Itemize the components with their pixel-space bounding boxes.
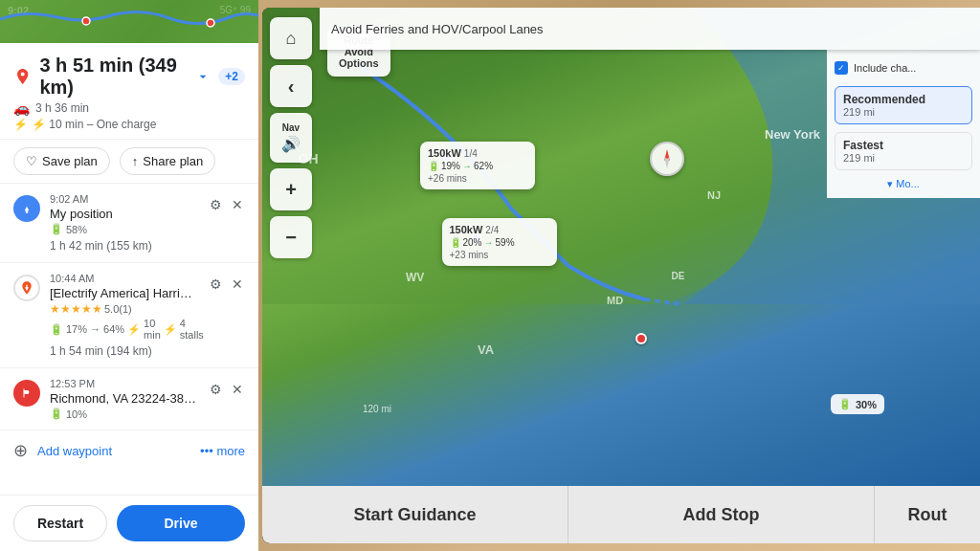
waypoint-icon-current [13, 195, 40, 222]
waypoint-item: 10:44 AM [Electrify America] Harris Teet… [0, 263, 258, 368]
expand-btn[interactable] [195, 69, 211, 84]
include-charge-option[interactable]: ✓ Include cha... [835, 57, 972, 78]
route-time: 3 h 51 min (349 km) [39, 55, 195, 99]
waypoint-time: 12:53 PM [50, 378, 198, 389]
waypoint-duration: 1 h 54 min (194 km) [50, 344, 198, 358]
rating-count: 5.0(1) [104, 303, 132, 315]
waypoint-name: [Electrify America] Harris Teeter 373 (P… [50, 286, 198, 300]
bottom-actions: Restart Drive [0, 495, 258, 551]
waypoint-item: 12:53 PM Richmond, VA 23224-3839, United… [0, 368, 258, 430]
car-top-bar: Avoid Ferries and HOV/Carpool Lanes [320, 8, 980, 50]
car-icon: 🚗 [13, 100, 30, 116]
waypoint-item: 9:02 AM My position 🔋 58% 1 h 42 min (15… [0, 184, 258, 263]
alt-duration: 3 h 36 min [35, 101, 89, 115]
waypoint-content: 9:02 AM My position 🔋 58% 1 h 42 min (15… [50, 193, 198, 253]
car-right-panel: ✓ Include cha... Recommended 219 mi Fast… [827, 50, 980, 198]
restart-button[interactable]: Restart [13, 505, 107, 541]
charge-info: ⚡ 10 min – One charge [32, 118, 156, 131]
waypoint-time: 10:44 AM [50, 273, 198, 284]
add-stop-button[interactable]: Add Stop [568, 486, 875, 543]
state-label-md: MD [607, 295, 623, 306]
route-option-recommended-sub: 219 mi [843, 106, 964, 118]
distance-label: 120 mi [363, 404, 391, 414]
plus-routes-badge[interactable]: +2 [218, 68, 245, 85]
chevron-down-icon [195, 69, 211, 84]
route-option-fastest[interactable]: Fastest 219 mi [835, 132, 972, 170]
battery-icon: 🔋 [50, 408, 63, 420]
state-label-wv: WV [406, 271, 424, 284]
route-option-recommended-label: Recommended [843, 93, 964, 106]
start-guidance-button[interactable]: Start Guidance [262, 486, 568, 543]
more-options-link[interactable]: ▾ Mo... [835, 178, 972, 190]
car-screen: OH WV VA MD DE NJ New York [262, 8, 980, 543]
more-button[interactable]: ••• more [200, 444, 245, 458]
battery-icon: 🔋 [50, 323, 63, 336]
location-icon [20, 202, 33, 215]
destination-battery: 🔋 30% [831, 394, 884, 414]
waypoint-settings-button[interactable]: ⚙ [208, 195, 224, 214]
add-waypoint-label: Add waypoint [37, 444, 112, 458]
zoom-in-button[interactable]: + [270, 168, 312, 210]
waypoint-settings-button[interactable]: ⚙ [208, 380, 224, 399]
action-buttons: ♡ Save plan ↑ Share plan [0, 140, 258, 184]
waypoint-name: Richmond, VA 23224-3839, United... [50, 391, 198, 406]
city-label-ny: New York [765, 127, 820, 142]
battery-small-icon: 🔋 [428, 161, 439, 171]
charge-power-2: 150kW [450, 224, 483, 235]
share-upload-icon: ↑ [132, 154, 139, 168]
compass-svg [654, 145, 680, 172]
nav-button[interactable]: Nav 🔊 [270, 113, 312, 163]
waypoint-content: 10:44 AM [Electrify America] Harris Teet… [50, 273, 198, 358]
waypoint-charge-info: 🔋 17% → 64% ⚡ 10 min ⚡ 4 stalls [50, 318, 198, 341]
waypoint-close-button[interactable]: ✕ [230, 275, 245, 294]
avoid-options-text: Avoid Ferries and HOV/Carpool Lanes [331, 22, 544, 36]
waypoint-stars: ★★★★★ 5.0(1) [50, 302, 198, 316]
charging-card-1: 150kW 1/4 🔋 19% → 62% +26 mins [420, 142, 535, 189]
state-label-nj: NJ [707, 189, 721, 201]
waypoint-battery: 🔋 58% [50, 223, 198, 235]
route-option-fastest-sub: 219 mi [843, 152, 964, 164]
waypoints-list: 9:02 AM My position 🔋 58% 1 h 42 min (15… [0, 184, 258, 495]
map-pin-destination [635, 333, 647, 344]
waypoint-name: My position [50, 207, 198, 221]
share-plan-button[interactable]: ↑ Share plan [120, 147, 215, 175]
waypoint-duration: 1 h 42 min (155 km) [50, 239, 198, 253]
route-option-recommended[interactable]: Recommended 219 mi [835, 86, 972, 124]
waypoint-close-button[interactable]: ✕ [230, 380, 245, 399]
waypoint-settings-button[interactable]: ⚙ [208, 275, 224, 294]
route-button[interactable]: Rout [875, 486, 980, 543]
car-left-controls: ⌂ ‹ RouteAvoidOptions Nav 🔊 + − [270, 17, 312, 476]
waypoint-time: 9:02 AM [50, 193, 198, 205]
star-icon: ★★★★★ [50, 302, 102, 316]
zoom-out-button[interactable]: − [270, 216, 312, 258]
battery-icon: 🔋 [50, 223, 63, 235]
save-heart-icon: ♡ [26, 154, 37, 168]
location-add-icon: ⊕ [13, 440, 28, 461]
waypoint-icon-destination [13, 380, 40, 407]
drive-button[interactable]: Drive [117, 505, 245, 541]
waypoint-close-button[interactable]: ✕ [230, 195, 245, 214]
battery-icon: 🔋 [838, 398, 852, 410]
include-charge-label: Include cha... [854, 62, 916, 74]
state-label-va: VA [478, 342, 494, 357]
charging-card-2: 150kW 2/4 🔋 20% → 59% +23 mins [442, 218, 557, 266]
charge-from-2: 20% [463, 237, 482, 248]
back-button[interactable]: ‹ [270, 65, 312, 107]
home-button[interactable]: ⌂ [270, 17, 312, 59]
charge-time-2: +23 mins [450, 250, 549, 260]
charge-time-1: +26 mins [428, 173, 527, 184]
charge-to-1: 62% [474, 161, 493, 171]
battery-small-icon: 🔋 [450, 237, 461, 248]
svg-point-1 [82, 17, 90, 25]
save-plan-button[interactable]: ♡ Save plan [13, 147, 110, 175]
state-label-de: DE [672, 271, 685, 281]
mini-map-svg [0, 0, 258, 43]
add-waypoint-row[interactable]: ⊕ Add waypoint ••• more [0, 430, 258, 471]
car-bottom-bar: Start Guidance Add Stop Rout [262, 486, 980, 543]
waypoint-battery: 🔋 10% [50, 408, 198, 420]
route-option-fastest-label: Fastest [843, 139, 964, 152]
waypoint-icon-charger [13, 275, 40, 301]
nav-direction-icon [13, 66, 32, 87]
charge-fraction-2: 2/4 [485, 225, 499, 235]
bolt-icon: ⚡ [127, 323, 141, 336]
